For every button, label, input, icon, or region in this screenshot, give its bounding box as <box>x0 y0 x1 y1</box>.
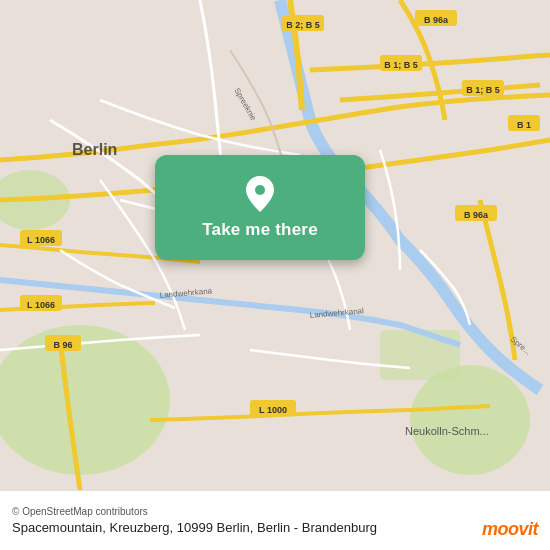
svg-text:B 96: B 96 <box>53 340 72 350</box>
svg-point-31 <box>255 185 265 195</box>
svg-text:Berlin: Berlin <box>72 141 117 158</box>
svg-text:B 96a: B 96a <box>464 210 489 220</box>
svg-point-2 <box>410 365 530 475</box>
moovit-logo: moovit <box>482 519 538 540</box>
svg-text:Neukolln-Schm...: Neukolln-Schm... <box>405 425 489 437</box>
svg-text:B 2; B 5: B 2; B 5 <box>286 20 320 30</box>
location-pin-icon <box>246 176 274 212</box>
button-label: Take me there <box>202 220 318 240</box>
location-address: Spacemountain, Kreuzberg, 10999 Berlin, … <box>12 520 538 535</box>
svg-text:L 1000: L 1000 <box>259 405 287 415</box>
svg-text:B 1: B 1 <box>517 120 531 130</box>
svg-text:B 1; B 5: B 1; B 5 <box>384 60 418 70</box>
svg-text:B 1; B 5: B 1; B 5 <box>466 85 500 95</box>
svg-rect-4 <box>380 330 460 380</box>
bottom-bar: © OpenStreetMap contributors Spacemounta… <box>0 490 550 550</box>
moovit-badge: moovit <box>482 519 538 540</box>
map-container: B 96a B 2; B 5 B 1; B 5 B 1; B 5 B 1 B 9… <box>0 0 550 490</box>
svg-text:B 96a: B 96a <box>424 15 449 25</box>
map-attribution: © OpenStreetMap contributors <box>12 506 538 517</box>
svg-text:L 1066: L 1066 <box>27 300 55 310</box>
svg-text:L 1066: L 1066 <box>27 235 55 245</box>
take-me-there-button[interactable]: Take me there <box>155 155 365 260</box>
